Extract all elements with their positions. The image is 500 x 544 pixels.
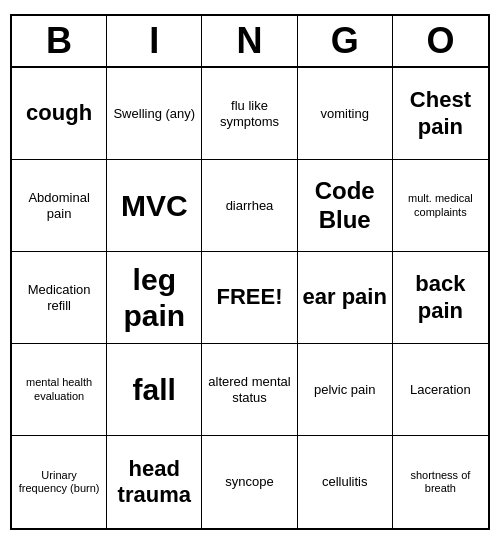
bingo-cell[interactable]: mult. medical complaints (393, 160, 488, 252)
header-letter: N (202, 16, 297, 66)
bingo-cell[interactable]: Chest pain (393, 68, 488, 160)
bingo-cell[interactable]: shortness of breath (393, 436, 488, 528)
bingo-cell[interactable]: Swelling (any) (107, 68, 202, 160)
bingo-cell[interactable]: fall (107, 344, 202, 436)
bingo-header: BINGO (12, 16, 488, 68)
bingo-cell[interactable]: mental health evaluation (12, 344, 107, 436)
bingo-grid: coughSwelling (any)flu like symptomsvomi… (12, 68, 488, 528)
bingo-cell[interactable]: flu like symptoms (202, 68, 297, 160)
bingo-cell[interactable]: head trauma (107, 436, 202, 528)
bingo-cell[interactable]: syncope (202, 436, 297, 528)
bingo-cell[interactable]: Code Blue (298, 160, 393, 252)
bingo-cell[interactable]: back pain (393, 252, 488, 344)
header-letter: O (393, 16, 488, 66)
bingo-cell[interactable]: ear pain (298, 252, 393, 344)
bingo-cell[interactable]: altered mental status (202, 344, 297, 436)
bingo-cell[interactable]: FREE! (202, 252, 297, 344)
bingo-cell[interactable]: vomiting (298, 68, 393, 160)
bingo-cell[interactable]: leg pain (107, 252, 202, 344)
bingo-cell[interactable]: Abdominal pain (12, 160, 107, 252)
bingo-cell[interactable]: MVC (107, 160, 202, 252)
header-letter: I (107, 16, 202, 66)
bingo-cell[interactable]: Urinary frequency (burn) (12, 436, 107, 528)
bingo-board: BINGO coughSwelling (any)flu like sympto… (10, 14, 490, 530)
bingo-cell[interactable]: Laceration (393, 344, 488, 436)
bingo-cell[interactable]: pelvic pain (298, 344, 393, 436)
bingo-cell[interactable]: diarrhea (202, 160, 297, 252)
bingo-cell[interactable]: cellulitis (298, 436, 393, 528)
header-letter: B (12, 16, 107, 66)
header-letter: G (298, 16, 393, 66)
bingo-cell[interactable]: cough (12, 68, 107, 160)
bingo-cell[interactable]: Medication refill (12, 252, 107, 344)
